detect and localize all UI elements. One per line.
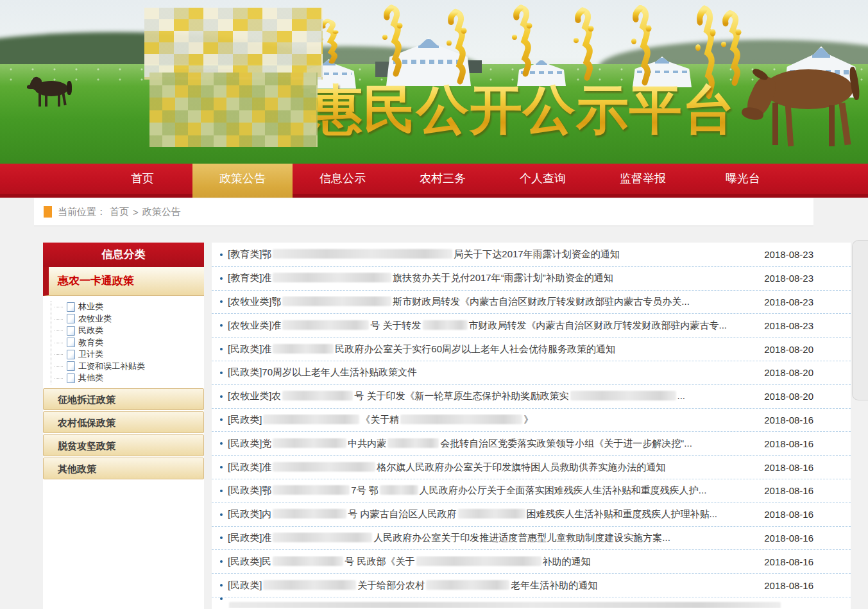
redacted-text	[273, 273, 391, 282]
announcement-date: 2018-08-23	[755, 320, 813, 331]
nav-item[interactable]: 监督举报	[593, 164, 693, 194]
announcement-title-text: 旗扶贫办关于兑付2017年“雨露计划”补助资金的通知	[393, 272, 613, 283]
redacted-text	[458, 509, 525, 519]
announcement-title[interactable]: [民政类]70周岁以上老年人生活补贴政策文件	[228, 366, 417, 379]
list-item[interactable]: [民政类]内号 内蒙古自治区人民政府困难残疾人生活补贴和重度残疾人护理补贴...…	[212, 503, 851, 527]
nav-item[interactable]: 首页	[92, 164, 192, 194]
announcement-title[interactable]: [民政类]民号 民政部《关于补助的通知	[228, 556, 591, 568]
redacted-text	[282, 320, 369, 330]
list-item[interactable]: [民政类]准格尔旗人民政府办公室关于印发旗特困人员救助供养实施办法的通知2018…	[212, 456, 851, 479]
list-item[interactable]: [民政类]鄂7号 鄂人民政府办公厅关于全面落实困难残疾人生活补贴和重度残疾人护.…	[212, 479, 851, 503]
redacted-text	[273, 462, 375, 472]
announcement-title-text: 7号 鄂	[351, 485, 379, 495]
sidebar-section[interactable]: 脱贫攻坚政策	[43, 434, 204, 456]
sidebar-tree-item[interactable]: 林业类	[55, 301, 204, 313]
list-item[interactable]: [农牧业类]准号 关于转发市财政局转发《内蒙古自治区财政厅转发财政部驻内蒙古专.…	[212, 314, 851, 338]
announcement-date: 2018-08-16	[755, 462, 813, 473]
header-banner: 惠民公开公示平台	[0, 0, 868, 164]
announcement-title[interactable]: [农牧业类]鄂斯市财政局转发《内蒙古自治区财政厅转发财政部驻内蒙古专员办关...	[228, 296, 690, 308]
list-item[interactable]: [民政类]《关于精》2018-08-16	[212, 409, 851, 433]
list-item[interactable]: [农牧业类]鄂斯市财政局转发《内蒙古自治区财政厅转发财政部驻内蒙古专员办关...…	[212, 291, 851, 314]
announcement-title-text: [民政类]	[228, 579, 262, 590]
redacted-text	[263, 415, 359, 424]
announcement-title-text: [民政类]内	[228, 508, 271, 519]
nav-item[interactable]: 政策公告	[192, 164, 293, 198]
sidebar-tree-label: 卫计类	[78, 348, 103, 360]
sidebar-tree-item[interactable]: 工资和误工补贴类	[55, 361, 204, 373]
announcement-list: [教育类]鄂局关于下达2017年雨露计划资金的通知2018-08-23[教育类]…	[212, 243, 851, 609]
list-item[interactable]: [民政类]准民政府办公室关于实行60周岁以上老年人社会优待服务政策的通知2018…	[212, 338, 851, 361]
document-icon	[67, 302, 75, 312]
sidebar-section[interactable]: 征地拆迁政策	[43, 388, 204, 410]
sidebar-tree-item[interactable]: 民政类	[55, 325, 204, 337]
announcement-title[interactable]: [民政类]关于给部分农村老年生活补助的通知	[228, 579, 597, 592]
bullet-icon	[220, 253, 223, 256]
announcement-title-text: [农牧业类]准	[228, 320, 281, 330]
breadcrumb-current: 政策公告	[142, 206, 181, 218]
announcement-title[interactable]: [民政类]准人民政府办公室关于印发推进适度普惠型儿童救助制度建设实施方案...	[228, 532, 670, 544]
list-item[interactable]: [民政类]准人民政府办公室关于印发推进适度普惠型儿童救助制度建设实施方案...2…	[212, 527, 851, 551]
announcement-title-text: 局关于下达2017年雨露计划资金的通知	[454, 248, 619, 259]
redacted-text	[273, 249, 452, 259]
redacted-text	[387, 438, 439, 448]
announcement-title-text: 号 内蒙古自治区人民政府	[348, 508, 456, 519]
nav-item[interactable]: 信息公示	[293, 164, 393, 194]
sidebar: 信息分类 惠农一卡通政策 林业类农牧业类民政类教育类卫计类工资和误工补贴类其他类…	[43, 243, 204, 609]
announcement-title[interactable]: [教育类]准旗扶贫办关于兑付2017年“雨露计划”补助资金的通知	[228, 272, 613, 284]
redacted-text	[263, 580, 356, 590]
bullet-icon	[220, 277, 223, 280]
sidebar-tree-item[interactable]: 农牧业类	[55, 313, 204, 325]
announcement-title[interactable]: [民政类]内号 内蒙古自治区人民政府困难残疾人生活补贴和重度残疾人护理补贴...	[228, 508, 717, 520]
announcement-title-text: ...	[677, 390, 686, 401]
announcement-title-text: [民政类]党	[228, 438, 271, 449]
nav-item[interactable]: 农村三务	[393, 164, 493, 194]
bullet-icon	[220, 560, 223, 563]
redacted-text	[282, 391, 353, 400]
announcement-date: 2018-08-16	[755, 509, 813, 520]
announcement-title[interactable]: [教育类]鄂局关于下达2017年雨露计划资金的通知	[228, 248, 620, 261]
list-item[interactable]: [农牧业类]农号 关于印发《新一轮草原生态保护补助奖励政策实...2018-08…	[212, 385, 851, 409]
nav-item[interactable]: 个人查询	[493, 164, 593, 194]
sidebar-item-huinong[interactable]: 惠农一卡通政策	[43, 267, 204, 296]
bullet-icon	[220, 324, 223, 327]
announcement-title[interactable]: [民政类]鄂7号 鄂人民政府办公厅关于全面落实困难残疾人生活补贴和重度残疾人护.…	[228, 485, 706, 497]
announcement-title-text: 号 关于印发《新一轮草原生态保护补助奖励政策实	[354, 390, 568, 401]
announcement-title-text: 人民政府办公室关于印发推进适度普惠型儿童救助制度建设实施方案...	[373, 532, 670, 543]
sidebar-tree-item[interactable]: 其他类	[55, 372, 204, 384]
announcement-title[interactable]: [农牧业类]准号 关于转发市财政局转发《内蒙古自治区财政厅转发财政部驻内蒙古专.…	[228, 320, 727, 332]
list-item[interactable]: [民政类]70周岁以上老年人生活补贴政策文件2018-08-20	[212, 361, 851, 385]
breadcrumb: 当前位置： 首页 > 政策公告	[34, 198, 813, 227]
announcement-title[interactable]: [农牧业类]农号 关于印发《新一轮草原生态保护补助奖励政策实...	[228, 390, 685, 402]
announcement-title[interactable]: [民政类]《关于精》	[228, 414, 533, 426]
announcement-title-text: 《关于精	[361, 414, 399, 425]
sidebar-section[interactable]: 其他政策	[43, 458, 204, 479]
announcement-title-text: [民政类]鄂	[228, 485, 271, 495]
list-item[interactable]: [民政类]党中共内蒙会批转自治区党委落实政策领导小组《关于进一步解决挖“...2…	[212, 432, 851, 456]
redacted-text	[273, 509, 346, 519]
announcement-title-text: [民政类]准	[228, 532, 271, 543]
bullet-icon	[220, 490, 223, 492]
sidebar-section[interactable]: 农村低保政策	[43, 411, 204, 433]
list-item[interactable]: [教育类]鄂局关于下达2017年雨露计划资金的通知2018-08-23	[212, 243, 851, 267]
announcement-title[interactable]: [民政类]党中共内蒙会批转自治区党委落实政策领导小组《关于进一步解决挖“...	[228, 438, 692, 450]
announcement-title[interactable]: [民政类]准格尔旗人民政府办公室关于印发旗特困人员救助供养实施办法的通知	[228, 461, 665, 474]
edge-widget[interactable]	[852, 240, 868, 400]
announcement-title-text: 人民政府办公厅关于全面落实困难残疾人生活补贴和重度残疾人护...	[420, 485, 707, 495]
horse-left-icon	[26, 76, 76, 109]
breadcrumb-home-link[interactable]: 首页	[110, 206, 129, 218]
announcement-title-text: 市财政局转发《内蒙古自治区财政厅转发财政部驻内蒙古专...	[469, 320, 728, 330]
list-item[interactable]	[212, 597, 851, 608]
sidebar-tree-item[interactable]: 教育类	[55, 337, 204, 349]
list-item[interactable]: [民政类]民号 民政部《关于补助的通知2018-08-16	[212, 550, 851, 574]
list-item[interactable]: [民政类]关于给部分农村老年生活补助的通知2018-08-16	[212, 574, 851, 597]
sidebar-tree-item[interactable]: 卫计类	[55, 348, 204, 361]
announcement-title-text: [农牧业类]鄂	[228, 296, 281, 307]
redacted-text	[416, 556, 541, 566]
nav-item[interactable]: 曝光台	[693, 164, 793, 194]
document-icon	[67, 350, 75, 359]
list-item[interactable]: [教育类]准旗扶贫办关于兑付2017年“雨露计划”补助资金的通知2018-08-…	[212, 267, 851, 291]
announcement-title[interactable]	[228, 601, 782, 608]
announcement-title[interactable]: [民政类]准民政府办公室关于实行60周岁以上老年人社会优待服务政策的通知	[228, 343, 615, 356]
redacted-text	[570, 391, 676, 400]
horse-right-icon	[733, 58, 867, 153]
